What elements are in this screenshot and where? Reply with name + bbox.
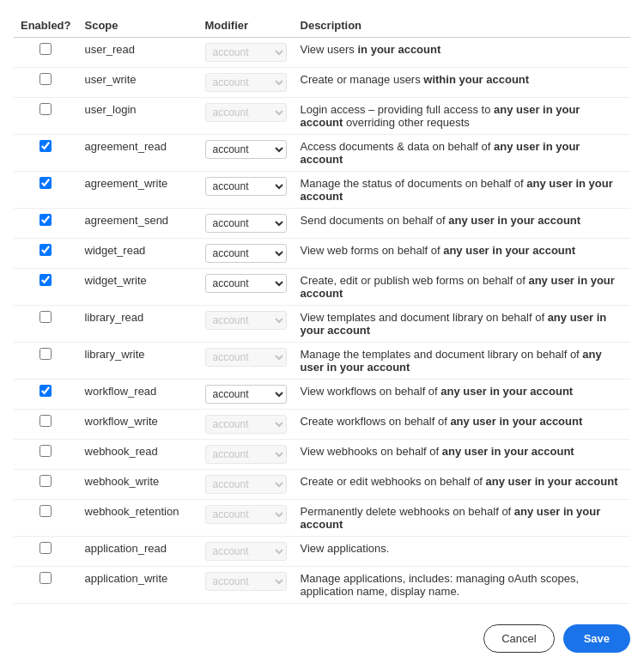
table-row: user_loginaccountselfgroupLogin access –… (14, 98, 630, 135)
enabled-cell (14, 38, 78, 68)
modifier-select-agreement_read[interactable]: accountselfgroup (205, 140, 287, 159)
enabled-cell (14, 567, 78, 604)
scopes-table: Enabled? Scope Modifier Description user… (14, 14, 630, 604)
description-cell: Permanently delete webhooks on behalf of… (294, 500, 630, 537)
description-cell: Create or manage users within your accou… (294, 68, 630, 98)
scope-checkbox-workflow_write[interactable] (39, 415, 52, 427)
scope-checkbox-widget_read[interactable] (39, 244, 52, 256)
modifier-cell: accountselfgroup (198, 98, 294, 135)
cancel-button[interactable]: Cancel (483, 624, 554, 653)
modifier-cell: accountselfgroup (198, 209, 294, 239)
description-cell: Access documents & data on behalf of any… (294, 135, 630, 172)
modifier-select-application_write: accountselfgroup (205, 572, 287, 591)
table-row: widget_readaccountselfgroupView web form… (14, 239, 630, 269)
save-button[interactable]: Save (563, 624, 630, 653)
table-row: library_writeaccountselfgroupManage the … (14, 343, 630, 380)
enabled-cell (14, 410, 78, 440)
modifier-select-widget_write[interactable]: accountselfgroup (205, 274, 287, 293)
modifier-cell: accountselfgroup (198, 38, 294, 68)
enabled-cell (14, 98, 78, 135)
scope-cell: user_login (78, 98, 198, 135)
enabled-cell (14, 500, 78, 537)
description-cell: View users in your account (294, 38, 630, 68)
enabled-cell (14, 68, 78, 98)
modifier-cell: accountselfgroup (198, 306, 294, 343)
scope-cell: webhook_retention (78, 500, 198, 537)
modifier-select-widget_read[interactable]: accountselfgroup (205, 244, 287, 263)
scope-checkbox-library_write[interactable] (39, 348, 52, 360)
modifier-select-webhook_write: accountselfgroup (205, 475, 287, 494)
modifier-cell: accountselfgroup (198, 135, 294, 172)
scope-checkbox-webhook_write[interactable] (39, 475, 52, 487)
description-cell: Create or edit webhooks on behalf of any… (294, 470, 630, 500)
table-row: agreement_writeaccountselfgroupManage th… (14, 172, 630, 209)
modifier-cell: accountselfgroup (198, 410, 294, 440)
scope-cell: library_write (78, 343, 198, 380)
scope-cell: user_read (78, 38, 198, 68)
scope-checkbox-webhook_retention[interactable] (39, 505, 52, 517)
description-cell: Manage the status of documents on behalf… (294, 172, 630, 209)
scope-checkbox-workflow_read[interactable] (39, 385, 52, 397)
scope-checkbox-user_login[interactable] (39, 103, 52, 115)
table-row: agreement_readaccountselfgroupAccess doc… (14, 135, 630, 172)
scope-checkbox-webhook_read[interactable] (39, 445, 52, 457)
description-cell: Create workflows on behalf of any user i… (294, 410, 630, 440)
col-header-scope: Scope (78, 14, 198, 38)
description-cell: Send documents on behalf of any user in … (294, 209, 630, 239)
scope-cell: agreement_send (78, 209, 198, 239)
enabled-cell (14, 440, 78, 470)
scope-cell: widget_write (78, 269, 198, 306)
table-row: widget_writeaccountselfgroupCreate, edit… (14, 269, 630, 306)
modifier-select-webhook_read: accountselfgroup (205, 445, 287, 464)
table-row: workflow_writeaccountselfgroupCreate wor… (14, 410, 630, 440)
scope-checkbox-agreement_send[interactable] (39, 214, 52, 226)
modifier-select-webhook_retention: accountselfgroup (205, 505, 287, 524)
modifier-select-agreement_write[interactable]: accountselfgroup (205, 177, 287, 196)
scope-cell: webhook_write (78, 470, 198, 500)
scope-checkbox-library_read[interactable] (39, 311, 52, 323)
modifier-select-application_read: accountselfgroup (205, 542, 287, 561)
scope-cell: agreement_write (78, 172, 198, 209)
enabled-cell (14, 537, 78, 567)
modifier-select-agreement_send[interactable]: accountselfgroup (205, 214, 287, 233)
scope-cell: webhook_read (78, 440, 198, 470)
scope-cell: application_write (78, 567, 198, 604)
modifier-cell: accountselfgroup (198, 239, 294, 269)
description-cell: Manage the templates and document librar… (294, 343, 630, 380)
description-cell: Manage applications, includes: managing … (294, 567, 630, 604)
modifier-cell: accountselfgroup (198, 500, 294, 537)
enabled-cell (14, 269, 78, 306)
table-row: webhook_readaccountselfgroupView webhook… (14, 440, 630, 470)
description-cell: View webhooks on behalf of any user in y… (294, 440, 630, 470)
modifier-select-user_read: accountselfgroup (205, 43, 287, 62)
scope-cell: application_read (78, 537, 198, 567)
description-cell: Login access – providing full access to … (294, 98, 630, 135)
description-cell: View templates and document library on b… (294, 306, 630, 343)
scope-checkbox-application_write[interactable] (39, 572, 52, 584)
scope-checkbox-user_write[interactable] (39, 73, 52, 85)
scope-checkbox-application_read[interactable] (39, 542, 52, 554)
modifier-select-library_read: accountselfgroup (205, 311, 287, 330)
modifier-cell: accountselfgroup (198, 440, 294, 470)
scope-checkbox-agreement_write[interactable] (39, 177, 52, 189)
scope-cell: workflow_read (78, 380, 198, 410)
description-cell: Create, edit or publish web forms on beh… (294, 269, 630, 306)
description-cell: View web forms on behalf of any user in … (294, 239, 630, 269)
description-cell: View workflows on behalf of any user in … (294, 380, 630, 410)
modifier-select-workflow_read[interactable]: accountselfgroup (205, 385, 287, 404)
table-row: webhook_retentionaccountselfgroupPermane… (14, 500, 630, 537)
table-row: workflow_readaccountselfgroupView workfl… (14, 380, 630, 410)
col-header-description: Description (294, 14, 630, 38)
table-row: agreement_sendaccountselfgroupSend docum… (14, 209, 630, 239)
col-header-enabled: Enabled? (14, 14, 78, 38)
modifier-cell: accountselfgroup (198, 269, 294, 306)
modifier-select-workflow_write: accountselfgroup (205, 415, 287, 434)
modifier-cell: accountselfgroup (198, 537, 294, 567)
enabled-cell (14, 135, 78, 172)
scope-checkbox-user_read[interactable] (39, 43, 52, 55)
modifier-cell: accountselfgroup (198, 343, 294, 380)
scope-checkbox-widget_write[interactable] (39, 274, 52, 286)
footer-buttons: Cancel Save (14, 617, 630, 653)
table-row: user_writeaccountselfgroupCreate or mana… (14, 68, 630, 98)
scope-checkbox-agreement_read[interactable] (39, 140, 52, 152)
